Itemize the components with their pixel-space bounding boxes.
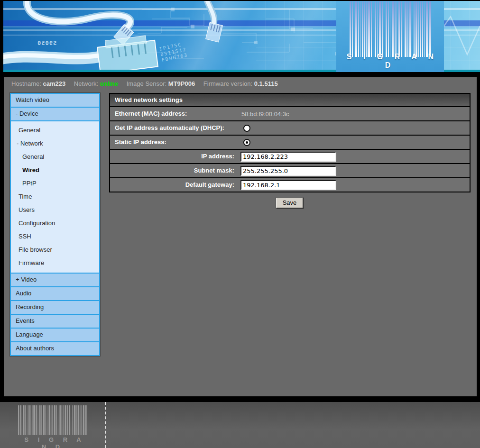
footer-sigrand-text: S I G R A N D [18,436,87,448]
sidebar-item-general[interactable]: General [11,124,99,137]
save-button[interactable]: Save [276,198,304,209]
sidebar-item-video[interactable]: + Video [10,273,100,287]
dhcp-label: Get IP address automatically (DHCP): [110,121,239,135]
sidebar-item-ssh[interactable]: SSH [11,230,99,243]
subnet-mask-row: Subnet mask: [110,163,470,177]
ip-address-input[interactable] [240,152,336,162]
sidebar-item-firmware[interactable]: Firmware [11,256,99,270]
mac-address-value: 58:bd:f9:00:04:3c [240,110,289,118]
hostname-status: Hostname: cam223 [11,80,65,87]
main-area: Hostname: cam223 Network: online Image S… [4,77,477,396]
sidebar-item-audio[interactable]: Audio [10,286,100,301]
settings-panel: Wired network settings Ethernet (MAC) ad… [109,93,471,209]
mac-address-label: Ethernet (MAC) address: [110,107,239,120]
sigrand-logo-panel: S I G R A N D [336,0,444,72]
network-online-badge: online [100,80,118,87]
rj45-connector-large [97,35,158,72]
footer: S I G R A N D [0,402,480,448]
sidebar-item-configuration[interactable]: Configuration [11,217,99,230]
device-submenu: General - Network General Wired PPtP Tim… [10,120,100,274]
wired-settings-table: Wired network settings Ethernet (MAC) ad… [109,93,471,192]
subnet-mask-label: Subnet mask: [110,164,239,177]
banner-left-border [0,0,3,72]
static-ip-label: Static IP address: [110,136,239,149]
sensor-status: Image Sensor: MT9P006 [127,80,195,87]
sigrand-logo-text: S I G R A N D [336,53,444,70]
mac-address-row: Ethernet (MAC) address: 58:bd:f9:00:04:3… [110,106,470,120]
panel-title: Wired network settings [110,94,470,106]
sidebar-item-watch-video[interactable]: Watch video [10,93,100,108]
static-ip-radio[interactable] [243,139,250,146]
rj45-connector [206,22,223,42]
ip-address-row: IP address: [110,149,470,163]
dhcp-row: Get IP address automatically (DHCP): [110,120,470,135]
sidebar-item-events[interactable]: Events [10,314,100,329]
status-bar: Hostname: cam223 Network: online Image S… [11,80,285,87]
sidebar-item-users[interactable]: Users [11,203,99,217]
sidebar-item-pptp[interactable]: PPtP [11,177,99,190]
network-status: Network: online [74,80,118,87]
circuit-board-code: S9050 [37,40,56,46]
sidebar-item-network-general[interactable]: General [11,150,99,164]
top-banner: IP175C 0511S12 FDH6763 S9050 [0,0,480,72]
ip-address-label: IP address: [110,150,239,163]
sigrand-barcode [350,1,431,57]
sidebar-item-device[interactable]: - Device [10,107,100,121]
default-gateway-input[interactable] [240,180,336,190]
sidebar-item-recording[interactable]: Recording [10,300,100,315]
default-gateway-row: Default gateway: [110,177,470,192]
sidebar-item-file-browser[interactable]: File browser [11,243,99,256]
sidebar-item-language[interactable]: Language [10,328,100,342]
sidebar-item-time[interactable]: Time [11,190,99,203]
footer-dashed-divider [105,402,106,448]
footer-sigrand-barcode [18,405,87,435]
save-button-area: Save [109,198,471,209]
sidebar-item-network[interactable]: - Network [11,137,99,150]
sidebar-item-about-authors[interactable]: About authors [10,341,100,356]
default-gateway-label: Default gateway: [110,178,239,192]
sidebar-menu: Watch video - Device General - Network G… [10,93,100,356]
dhcp-radio[interactable] [243,125,250,132]
firmware-status: Firmware version: 0.1.5115 [203,80,278,87]
sidebar-item-wired[interactable]: Wired [11,164,99,177]
static-ip-row: Static IP address: [110,135,470,149]
banner-top-border [0,0,480,1]
subnet-mask-input[interactable] [240,166,336,176]
